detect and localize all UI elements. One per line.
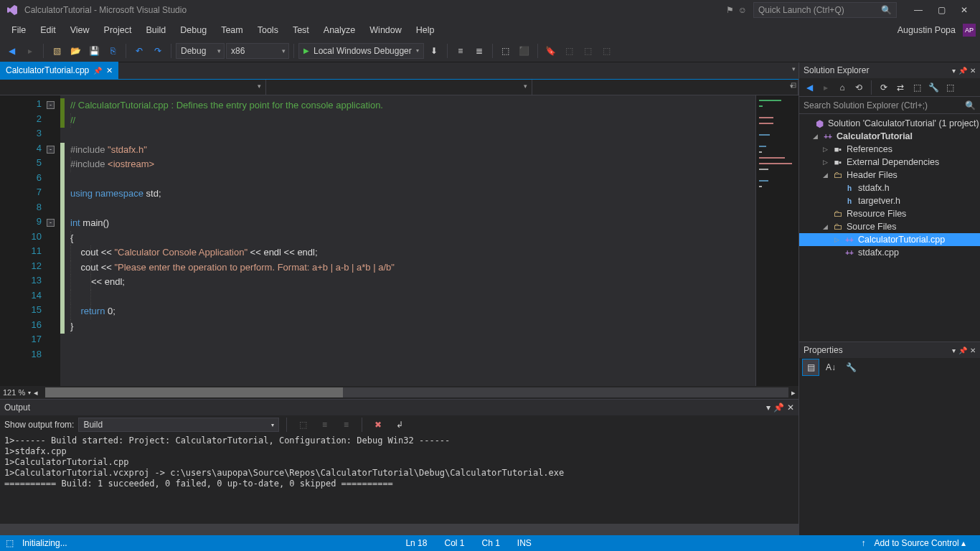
tree-item[interactable]: ⬢Solution 'CalculatorTutorial' (1 projec… <box>799 117 980 130</box>
user-avatar[interactable]: AP <box>963 24 976 37</box>
panel-pin-icon[interactable]: 📌 <box>958 347 967 354</box>
new-project-button[interactable]: ▧ <box>48 42 65 60</box>
maximize-button[interactable]: ▢ <box>931 3 951 17</box>
indent-right-button[interactable]: ≣ <box>471 42 488 60</box>
output-scrollbar[interactable] <box>0 524 798 535</box>
output-dropdown-icon[interactable]: ▾ <box>766 402 771 413</box>
menu-team[interactable]: Team <box>214 22 250 38</box>
comment-button[interactable]: ⬚ <box>497 42 514 60</box>
tree-item[interactable]: ▷■▪External Dependencies <box>799 156 980 169</box>
tree-item[interactable]: htargetver.h <box>799 194 980 207</box>
status-ins[interactable]: INS <box>509 538 540 548</box>
close-button[interactable]: ✕ <box>954 3 974 17</box>
debug-target-button[interactable]: ⬇ <box>425 42 443 60</box>
panel-close-icon[interactable]: ✕ <box>970 67 976 75</box>
pin-icon[interactable]: 📌 <box>93 67 102 75</box>
se-preview-button[interactable]: ⬚ <box>943 80 957 95</box>
se-refresh-button[interactable]: ⟳ <box>877 80 891 95</box>
run-debug-button[interactable]: ▶ Local Windows Debugger ▾ <box>298 43 424 59</box>
se-back-button[interactable]: ◀ <box>802 80 816 95</box>
status-col[interactable]: Col 1 <box>435 538 473 548</box>
undo-button[interactable]: ↶ <box>131 42 148 60</box>
tree-item[interactable]: 🗀Resource Files <box>799 207 980 220</box>
tree-item[interactable]: ++stdafx.cpp <box>799 246 980 259</box>
categorized-button[interactable]: ▤ <box>802 359 819 376</box>
solution-explorer-search[interactable]: Search Solution Explorer (Ctrl+;) 🔍 <box>799 97 980 114</box>
menu-test[interactable]: Test <box>286 22 316 38</box>
status-ch[interactable]: Ch 1 <box>473 538 508 548</box>
source-control-button[interactable]: Add to Source Control ▴ <box>866 538 974 548</box>
wrench-icon[interactable]: 🔧 <box>842 359 859 376</box>
se-sync-button[interactable]: ⟲ <box>852 80 866 95</box>
output-find-button[interactable]: ⬚ <box>294 416 311 433</box>
tab-calculator-cpp[interactable]: CalculatorTutorial.cpp 📌 ✕ <box>0 62 118 79</box>
menu-tools[interactable]: Tools <box>250 22 286 38</box>
menu-window[interactable]: Window <box>362 22 408 38</box>
nav-member-select[interactable]: ⊟ <box>532 80 798 95</box>
user-name[interactable]: Augustin Popa <box>897 25 960 35</box>
close-tab-icon[interactable]: ✕ <box>106 66 113 75</box>
panel-pin-icon[interactable]: 📌 <box>958 67 967 75</box>
minimize-button[interactable]: — <box>908 3 928 17</box>
minimap[interactable] <box>755 95 798 386</box>
menu-build[interactable]: Build <box>138 22 173 38</box>
uncomment-button[interactable]: ⬛ <box>516 42 533 60</box>
output-wrap-button[interactable]: ↲ <box>391 416 408 433</box>
menu-edit[interactable]: Edit <box>33 22 63 38</box>
solution-tree[interactable]: ⬢Solution 'CalculatorTutorial' (1 projec… <box>799 114 980 342</box>
status-line[interactable]: Ln 18 <box>397 538 435 548</box>
nav-project-select[interactable] <box>0 80 266 95</box>
output-close-icon[interactable]: ✕ <box>787 402 794 413</box>
output-prev-button[interactable]: ≡ <box>316 416 333 433</box>
zoom-dropdown-icon[interactable]: ▾ <box>28 390 31 396</box>
zoom-level[interactable]: 121 % <box>3 388 25 397</box>
se-collapse-button[interactable]: ⇄ <box>893 80 908 95</box>
find3-button[interactable]: ⬚ <box>598 42 616 60</box>
alphabetical-button[interactable]: A↓ <box>822 359 839 376</box>
tree-item[interactable]: ◢🗀Header Files <box>799 169 980 182</box>
panel-dropdown-icon[interactable]: ▾ <box>952 347 956 354</box>
menu-debug[interactable]: Debug <box>173 22 214 38</box>
tree-item[interactable]: ▷++CalculatorTutorial.cpp <box>799 233 980 246</box>
tree-item[interactable]: ◢++CalculatorTutorial <box>799 130 980 143</box>
nav-scope-select[interactable] <box>266 80 532 95</box>
redo-button[interactable]: ↷ <box>149 42 166 60</box>
flag-icon[interactable]: ⚑ <box>725 5 735 15</box>
output-pin-icon[interactable]: 📌 <box>773 402 784 413</box>
menu-help[interactable]: Help <box>409 22 442 38</box>
se-fwd-button[interactable]: ▸ <box>819 80 833 95</box>
save-button[interactable]: 💾 <box>85 42 103 60</box>
menu-project[interactable]: Project <box>97 22 139 38</box>
output-next-button[interactable]: ≡ <box>337 416 354 433</box>
find2-button[interactable]: ⬚ <box>580 42 597 60</box>
menu-view[interactable]: View <box>63 22 97 38</box>
open-file-button[interactable]: 📂 <box>67 42 84 60</box>
tree-item[interactable]: hstdafx.h <box>799 182 980 194</box>
horizontal-scrollbar[interactable] <box>45 387 788 397</box>
panel-dropdown-icon[interactable]: ▾ <box>952 67 956 75</box>
indent-left-button[interactable]: ≡ <box>452 42 469 60</box>
se-home-button[interactable]: ⌂ <box>835 80 849 95</box>
menu-analyze[interactable]: Analyze <box>316 22 362 38</box>
find-button[interactable]: ⬚ <box>561 42 578 60</box>
nav-fwd-button[interactable]: ▸ <box>22 42 39 60</box>
tree-item[interactable]: ▷■▪References <box>799 143 980 156</box>
quick-launch-input[interactable]: Quick Launch (Ctrl+Q) 🔍 <box>753 2 897 18</box>
tree-item[interactable]: ◢🗀Source Files <box>799 220 980 233</box>
platform-select[interactable]: x86 <box>226 43 289 59</box>
save-all-button[interactable]: ⎘ <box>104 42 121 60</box>
scroll-right-button[interactable]: ▸ <box>791 388 796 397</box>
output-clear-button[interactable]: ✖ <box>369 416 387 433</box>
nav-back-button[interactable]: ◀ <box>3 42 20 60</box>
menu-file[interactable]: File <box>4 22 33 38</box>
output-source-select[interactable]: Build ▾ <box>78 418 279 432</box>
feedback-icon[interactable]: ☺ <box>738 5 748 15</box>
bookmark-button[interactable]: 🔖 <box>542 42 560 60</box>
code-content[interactable]: // CalculatorTutorial.cpp : Defines the … <box>60 95 755 386</box>
scroll-left-button[interactable]: ◂ <box>34 388 38 397</box>
code-editor[interactable]: 1-234-56789-101112131415161718 // Calcul… <box>0 95 798 386</box>
se-showall-button[interactable]: ⬚ <box>910 80 924 95</box>
se-properties-button[interactable]: 🔧 <box>926 80 941 95</box>
output-text[interactable]: 1>------ Build started: Project: Calcula… <box>0 434 798 524</box>
panel-close-icon[interactable]: ✕ <box>970 347 976 354</box>
